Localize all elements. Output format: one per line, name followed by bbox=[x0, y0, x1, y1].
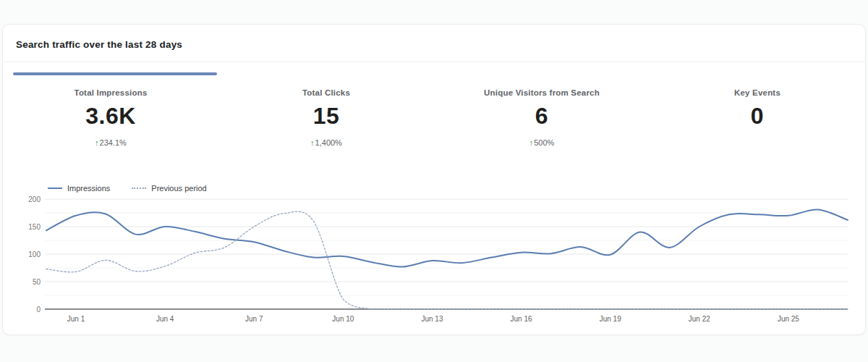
series-line-impressions bbox=[46, 209, 848, 266]
metric-delta bbox=[650, 138, 865, 148]
metric-label: Total Clicks bbox=[218, 88, 434, 97]
up-arrow-icon: ↑ bbox=[310, 138, 315, 147]
chart-legend: Impressions Previous period bbox=[48, 184, 851, 193]
metric-value: 15 bbox=[218, 103, 434, 130]
previous-period-line-swatch bbox=[132, 188, 146, 189]
metric-delta: ↑234.1% bbox=[3, 138, 218, 148]
x-axis-tick-label: Jun 13 bbox=[421, 315, 443, 323]
x-axis-tick-label: Jun 16 bbox=[511, 315, 532, 323]
legend-item-previous-period: Previous period bbox=[132, 184, 206, 193]
delta-percent: 500% bbox=[534, 138, 554, 147]
card-title: Search traffic over the last 28 days bbox=[16, 39, 852, 50]
y-axis-tick-label: 150 bbox=[28, 223, 41, 231]
metric-label: Unique Visitors from Search bbox=[434, 88, 650, 97]
active-tab-indicator bbox=[13, 72, 217, 75]
metric-delta: ↑1,400% bbox=[218, 138, 434, 148]
x-axis-tick-label: Jun 10 bbox=[332, 315, 354, 323]
delta-percent: 1,400% bbox=[315, 138, 342, 147]
x-axis-tick-label: Jun 19 bbox=[600, 315, 621, 323]
y-axis-tick-label: 200 bbox=[28, 195, 41, 203]
y-axis-tick-label: 100 bbox=[28, 251, 41, 258]
impressions-line-swatch bbox=[48, 188, 62, 189]
x-axis-tick-label: Jun 1 bbox=[67, 315, 85, 323]
x-axis-tick-label: Jun 25 bbox=[778, 315, 799, 323]
traffic-line-chart: Impressions Previous period 050100150200… bbox=[17, 184, 851, 324]
metrics-row: Total Impressions 3.6K ↑234.1% Total Cli… bbox=[3, 81, 865, 148]
legend-item-impressions: Impressions bbox=[48, 184, 110, 193]
up-arrow-icon: ↑ bbox=[95, 138, 99, 147]
metric-value: 3.6K bbox=[3, 103, 218, 130]
metric-label: Total Impressions bbox=[3, 88, 218, 97]
search-traffic-card: Search traffic over the last 28 days Tot… bbox=[2, 24, 866, 335]
metric-tab-key-events[interactable]: Key Events 0 bbox=[650, 81, 865, 148]
x-axis-tick-label: Jun 22 bbox=[689, 315, 710, 323]
metric-tab-total-clicks[interactable]: Total Clicks 15 ↑1,400% bbox=[218, 81, 434, 148]
legend-label-impressions: Impressions bbox=[67, 184, 110, 193]
metric-value: 0 bbox=[650, 103, 865, 130]
y-axis-tick-label: 50 bbox=[33, 278, 41, 286]
delta-percent: 234.1% bbox=[100, 138, 127, 147]
up-arrow-icon: ↑ bbox=[529, 138, 534, 147]
metric-tab-total-impressions[interactable]: Total Impressions 3.6K ↑234.1% bbox=[3, 81, 218, 148]
metric-delta: ↑500% bbox=[434, 138, 650, 148]
legend-label-previous-period: Previous period bbox=[151, 184, 206, 193]
y-axis-tick-label: 0 bbox=[36, 306, 41, 313]
metric-value: 6 bbox=[434, 103, 650, 130]
x-axis-tick-label: Jun 4 bbox=[156, 315, 174, 323]
x-axis-tick-label: Jun 7 bbox=[245, 315, 263, 323]
line-chart-canvas: 050100150200Jun 1Jun 4Jun 7Jun 10Jun 13J… bbox=[17, 195, 854, 324]
metric-label: Key Events bbox=[650, 88, 865, 97]
metric-tab-unique-visitors[interactable]: Unique Visitors from Search 6 ↑500% bbox=[434, 81, 650, 148]
card-header: Search traffic over the last 28 days bbox=[3, 25, 865, 62]
